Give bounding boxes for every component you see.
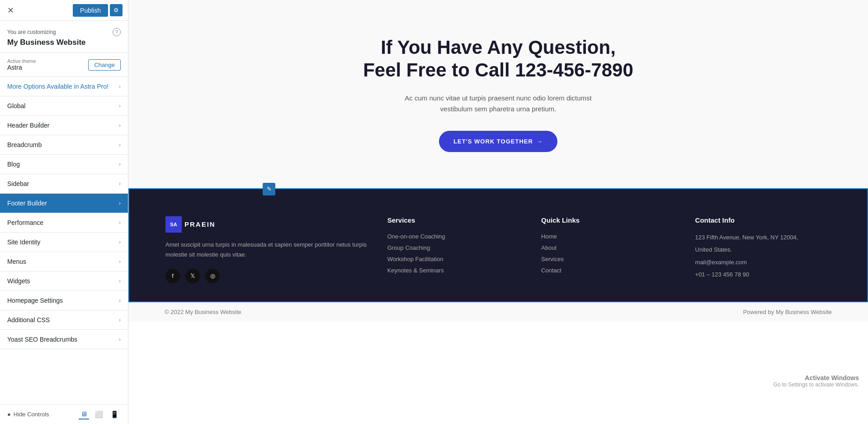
- nav-item-breadcrumb[interactable]: Breadcrumb›: [0, 135, 128, 155]
- nav-item-global[interactable]: Global›: [0, 96, 128, 116]
- chevron-icon: ›: [119, 239, 121, 245]
- chevron-icon: ›: [119, 103, 121, 109]
- help-icon[interactable]: ?: [113, 28, 121, 36]
- close-button[interactable]: ✕: [5, 5, 16, 16]
- footer-edit-button[interactable]: ✎: [263, 183, 275, 195]
- cta-button-arrow: →: [537, 138, 543, 145]
- nav-item-label-performance: Performance: [7, 219, 43, 226]
- bottom-bar: ● Hide Controls 🖥 ⬜ 📱: [0, 404, 128, 424]
- list-item[interactable]: Workshop Facilitation: [387, 256, 523, 262]
- nav-item-sidebar[interactable]: Sidebar›: [0, 174, 128, 194]
- list-item[interactable]: Keynotes & Seminars: [387, 267, 523, 274]
- nav-item-blog[interactable]: Blog›: [0, 155, 128, 174]
- facebook-icon[interactable]: f: [165, 269, 180, 283]
- nav-item-additional-css[interactable]: Additional CSS›: [0, 310, 128, 330]
- publish-button[interactable]: Publish: [73, 4, 108, 17]
- cta-subtext-line2: vestibulum sem pharetra urna pretium.: [440, 105, 557, 113]
- footer-quicklinks-col: Quick Links HomeAboutServicesContact: [541, 216, 677, 283]
- customizer-panel: ✕ Publish ⚙ You are customizing ? My Bus…: [0, 0, 128, 424]
- cta-subtext: Ac cum nunc vitae ut turpis praesent nun…: [156, 93, 841, 114]
- cta-section: If You Have Any Question, Feel Free to C…: [128, 0, 868, 188]
- nav-item-site-identity[interactable]: Site Identity›: [0, 233, 128, 252]
- chevron-icon: ›: [119, 336, 121, 343]
- nav-item-label-header-builder: Header Builder: [7, 122, 49, 129]
- list-item[interactable]: Contact: [541, 267, 677, 274]
- theme-label: Active theme: [7, 58, 36, 64]
- contact-email: mail@example.com: [695, 258, 831, 267]
- preview-area: If You Have Any Question, Feel Free to C…: [128, 0, 868, 424]
- logo-icon-text: SA: [170, 222, 177, 227]
- chevron-icon: ›: [119, 83, 121, 90]
- cta-button[interactable]: LET'S WORK TOGETHER →: [439, 131, 557, 152]
- nav-item-label-additional-css: Additional CSS: [7, 316, 50, 324]
- footer-quicklinks-title: Quick Links: [541, 216, 677, 224]
- footer-grid: SA PRAEIN Amet suscipit urna turpis in m…: [165, 216, 831, 283]
- customizing-section: You are customizing ? My Business Websit…: [0, 21, 128, 53]
- chevron-icon: ›: [119, 142, 121, 148]
- list-item[interactable]: Home: [541, 233, 677, 240]
- customizing-title: My Business Website: [7, 38, 121, 47]
- nav-item-label-breadcrumb: Breadcrumb: [7, 141, 42, 148]
- desktop-icon-button[interactable]: 🖥: [79, 409, 89, 419]
- cta-subtext-line1: Ac cum nunc vitae ut turpis praesent nun…: [405, 94, 592, 102]
- nav-item-footer-builder[interactable]: Footer Builder›: [0, 194, 128, 213]
- nav-item-label-blog: Blog: [7, 161, 20, 168]
- theme-name: Astra: [7, 64, 36, 71]
- nav-item-homepage-settings[interactable]: Homepage Settings›: [0, 291, 128, 310]
- list-item[interactable]: One-on-one Coaching: [387, 233, 523, 240]
- logo-text: PRAEIN: [184, 220, 216, 228]
- contact-phone: +01 – 123 456 78 90: [695, 270, 831, 279]
- publish-area: Publish ⚙: [73, 4, 123, 17]
- list-item[interactable]: About: [541, 244, 677, 251]
- nav-item-header-builder[interactable]: Header Builder›: [0, 116, 128, 135]
- nav-list: More Options Available in Astra Pro!›Glo…: [0, 77, 128, 349]
- nav-item-label-homepage-settings: Homepage Settings: [7, 297, 63, 304]
- cta-button-label: LET'S WORK TOGETHER: [453, 138, 533, 145]
- device-icons: 🖥 ⬜ 📱: [79, 409, 121, 419]
- cta-heading: If You Have Any Question, Feel Free to C…: [156, 36, 841, 82]
- gear-button[interactable]: ⚙: [110, 4, 123, 16]
- footer-logo-col: SA PRAEIN Amet suscipit urna turpis in m…: [165, 216, 369, 283]
- instagram-icon[interactable]: ◎: [205, 269, 220, 283]
- footer-description: Amet suscipit urna turpis in malesuada e…: [165, 240, 369, 260]
- chevron-icon: ›: [119, 181, 121, 187]
- top-bar: ✕ Publish ⚙: [0, 0, 128, 21]
- nav-item-label-global: Global: [7, 102, 25, 110]
- change-theme-button[interactable]: Change: [88, 59, 121, 71]
- chevron-icon: ›: [119, 219, 121, 226]
- powered-by-text: Powered by My Business Website: [743, 309, 832, 315]
- footer-logo: SA PRAEIN: [165, 216, 369, 233]
- footer-services-list: One-on-one CoachingGroup CoachingWorksho…: [387, 233, 523, 274]
- twitter-icon[interactable]: 𝕏: [185, 269, 200, 283]
- eye-icon: ●: [7, 411, 11, 418]
- footer-services-col: Services One-on-one CoachingGroup Coachi…: [387, 216, 523, 283]
- theme-section: Active theme Astra Change: [0, 53, 128, 77]
- contact-country: United States.: [695, 245, 831, 254]
- list-item[interactable]: Services: [541, 256, 677, 262]
- nav-item-label-footer-builder: Footer Builder: [7, 200, 47, 207]
- nav-item-label-site-identity: Site Identity: [7, 238, 40, 246]
- tablet-icon-button[interactable]: ⬜: [93, 410, 105, 419]
- social-icons: f 𝕏 ◎: [165, 269, 369, 283]
- chevron-icon: ›: [119, 278, 121, 284]
- chevron-icon: ›: [119, 297, 121, 304]
- mobile-icon-button[interactable]: 📱: [108, 410, 121, 419]
- nav-item-yoast-seo[interactable]: Yoast SEO Breadcrumbs›: [0, 330, 128, 349]
- footer-section: ✎ SA PRAEIN Amet suscipit urna turpis in…: [128, 188, 868, 302]
- chevron-icon: ›: [119, 258, 121, 265]
- chevron-icon: ›: [119, 200, 121, 206]
- list-item[interactable]: Group Coaching: [387, 244, 523, 251]
- chevron-icon: ›: [119, 317, 121, 323]
- footer-quicklinks-list: HomeAboutServicesContact: [541, 233, 677, 274]
- nav-item-performance[interactable]: Performance›: [0, 213, 128, 233]
- preview-frame: If You Have Any Question, Feel Free to C…: [128, 0, 868, 424]
- chevron-icon: ›: [119, 161, 121, 167]
- nav-item-menus[interactable]: Menus›: [0, 252, 128, 272]
- nav-item-widgets[interactable]: Widgets›: [0, 272, 128, 291]
- nav-item-astra-pro[interactable]: More Options Available in Astra Pro!›: [0, 77, 128, 96]
- nav-item-label-astra-pro: More Options Available in Astra Pro!: [7, 83, 108, 90]
- cta-heading-line1: If You Have Any Question,: [381, 37, 616, 58]
- footer-contact-title: Contact Info: [695, 216, 831, 224]
- hide-controls-button[interactable]: ● Hide Controls: [7, 411, 49, 418]
- logo-icon: SA: [165, 216, 182, 233]
